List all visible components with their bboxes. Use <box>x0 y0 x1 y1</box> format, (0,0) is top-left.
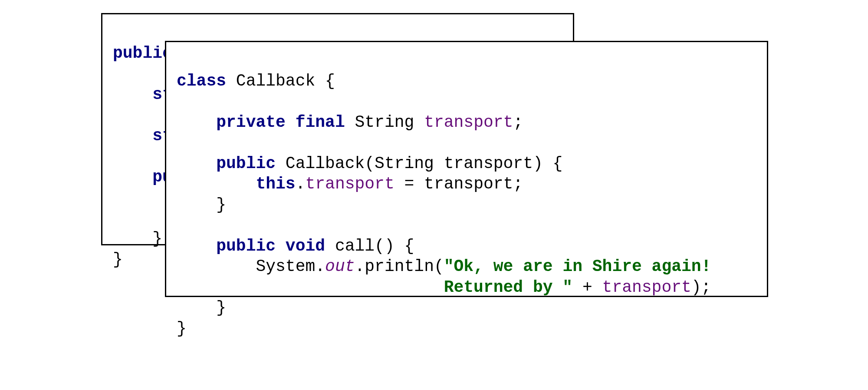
code-token: out <box>325 257 355 276</box>
code-token <box>177 113 216 132</box>
code-token: } <box>177 319 187 338</box>
code-token: } <box>152 229 162 248</box>
code-token: .println( <box>355 257 444 276</box>
code-token: } <box>113 250 123 269</box>
code-blank <box>113 64 123 83</box>
code-token: String <box>345 113 424 132</box>
code-blank <box>177 92 187 111</box>
code-token: transport <box>602 278 691 297</box>
code-token <box>276 237 286 255</box>
code-token: void <box>286 237 325 255</box>
code-token: public <box>113 44 172 63</box>
code-token <box>286 113 296 132</box>
code-token <box>177 257 256 276</box>
code-token: public <box>216 154 276 173</box>
code-token <box>113 229 152 248</box>
code-box-front: class Callback { private final String tr… <box>165 41 768 297</box>
code-token <box>177 278 444 297</box>
code-token <box>113 126 152 145</box>
code-token <box>113 168 152 186</box>
code-token <box>177 237 216 255</box>
code-token: transport <box>424 113 513 132</box>
code-token: Callback(String transport) { <box>276 154 562 173</box>
code-token: Returned by " <box>444 278 572 297</box>
code-blank <box>177 216 187 235</box>
code-blank <box>113 106 123 124</box>
code-token: "Ok, we are in Shire again! <box>444 257 711 276</box>
code-token: private <box>216 113 286 132</box>
code-token: . <box>296 175 306 193</box>
code-token: call() { <box>325 237 414 255</box>
code-token: transport <box>305 175 394 193</box>
code-blank <box>177 133 187 152</box>
code-token: = transport; <box>395 175 523 193</box>
code-token: public <box>216 237 276 255</box>
code-token: ; <box>513 113 523 132</box>
code-token <box>177 298 216 317</box>
code-token: Callback { <box>226 72 335 90</box>
code-token: } <box>216 298 226 317</box>
code-token: final <box>296 113 345 132</box>
code-token: + <box>572 278 602 297</box>
code-token <box>177 195 216 214</box>
code-token: } <box>216 195 226 214</box>
code-token: System. <box>256 257 325 276</box>
code-token <box>177 175 256 193</box>
code-token: class <box>177 72 226 90</box>
code-token: ); <box>691 278 711 297</box>
code-token <box>177 154 216 173</box>
code-token: this <box>256 175 295 193</box>
code-blank <box>113 147 123 165</box>
code-token <box>113 85 152 104</box>
